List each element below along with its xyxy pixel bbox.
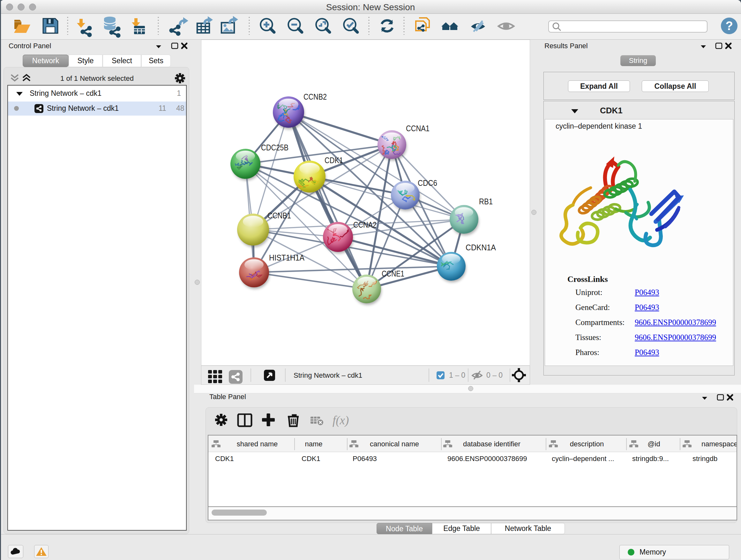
svg-text:String Network – cdk1: String Network – cdk1 bbox=[293, 371, 362, 379]
svg-text:RB1: RB1 bbox=[479, 197, 493, 206]
svg-text:?: ? bbox=[725, 19, 733, 33]
svg-text:@id: @id bbox=[648, 440, 660, 448]
svg-text:CCNE1: CCNE1 bbox=[382, 269, 404, 278]
svg-text:CDC25B: CDC25B bbox=[261, 143, 288, 152]
svg-text:1 of 1 Network selected: 1 of 1 Network selected bbox=[60, 74, 134, 82]
svg-text:namespace: namespace bbox=[701, 440, 737, 448]
svg-text:CDC6: CDC6 bbox=[418, 178, 437, 188]
svg-text:CCNB2: CCNB2 bbox=[304, 92, 327, 102]
svg-text:CCNA1: CCNA1 bbox=[406, 124, 429, 133]
svg-text:HIST1H1A: HIST1H1A bbox=[269, 253, 305, 262]
svg-text:1 – 0: 1 – 0 bbox=[449, 371, 465, 379]
svg-text:CDKN1A: CDKN1A bbox=[466, 243, 496, 252]
svg-text:name: name bbox=[305, 440, 322, 448]
svg-text:0 – 0: 0 – 0 bbox=[486, 371, 502, 379]
svg-text:database identifier: database identifier bbox=[463, 440, 521, 448]
svg-text:f(x): f(x) bbox=[333, 414, 349, 427]
svg-text:CCNB1: CCNB1 bbox=[267, 211, 291, 220]
svg-text:description: description bbox=[570, 440, 604, 448]
svg-text:canonical name: canonical name bbox=[370, 440, 419, 448]
svg-text:CCNA2: CCNA2 bbox=[353, 220, 377, 230]
svg-text:shared name: shared name bbox=[237, 440, 278, 448]
svg-text:CDK1: CDK1 bbox=[325, 155, 343, 165]
